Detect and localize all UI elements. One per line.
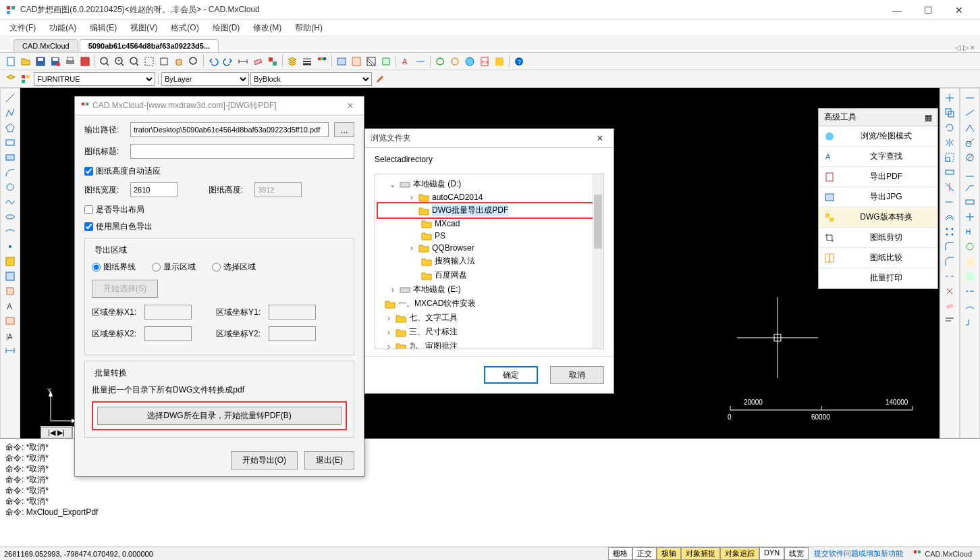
rect-icon[interactable]	[3, 136, 17, 149]
layer-icon[interactable]	[285, 55, 299, 68]
auto-height-checkbox[interactable]: 图纸高度自动适应	[84, 166, 354, 177]
tree-item7[interactable]: 七、文字工具	[409, 312, 458, 324]
leader-icon[interactable]	[963, 180, 977, 194]
dimension-icon[interactable]	[3, 344, 17, 357]
title-input[interactable]	[130, 144, 354, 159]
tool-icon[interactable]	[78, 55, 92, 68]
tool-crop[interactable]: 图纸剪切	[819, 228, 937, 248]
dim-continue-icon[interactable]	[963, 284, 977, 298]
tree-baidu[interactable]: 百度网盘	[435, 270, 467, 281]
linetype-select[interactable]: ByBlock	[250, 72, 372, 86]
tolerance-icon[interactable]	[963, 195, 977, 209]
width-input[interactable]	[130, 182, 178, 197]
break-icon[interactable]	[943, 270, 956, 283]
fillet-icon[interactable]	[943, 240, 956, 253]
toggle-osnap[interactable]: 对象捕捉	[681, 547, 720, 560]
radio-select-region[interactable]: 选择区域	[212, 261, 256, 273]
dist-icon[interactable]	[236, 55, 250, 68]
print-icon[interactable]	[63, 55, 77, 68]
insert-icon[interactable]	[350, 55, 363, 68]
tool-export-jpg[interactable]: 导出JPG	[819, 187, 937, 207]
redraw-icon[interactable]	[448, 55, 462, 68]
tool-batch-print[interactable]: 批量打印	[819, 268, 937, 288]
toggle-lineweight[interactable]: 线宽	[784, 547, 809, 560]
cancel-button[interactable]: 取消	[550, 366, 604, 384]
dialog2-close-button[interactable]: ×	[592, 132, 608, 145]
line-icon[interactable]	[3, 91, 17, 105]
layer-select[interactable]: FURNITRUE	[34, 72, 155, 86]
menu-edit[interactable]: 编辑(E)	[87, 21, 119, 35]
copy-icon[interactable]	[943, 106, 956, 120]
tool-compare[interactable]: 图纸比较	[819, 248, 937, 268]
explode-icon[interactable]	[943, 284, 956, 298]
dim-edit-icon[interactable]: H	[963, 225, 977, 238]
bw-export-checkbox[interactable]: 使用黑白色导出	[84, 221, 354, 232]
zoom-prev-icon[interactable]	[187, 55, 200, 68]
start-export-button[interactable]: 开始导出(O)	[231, 451, 298, 469]
tree-item9[interactable]: 九、审图批注	[409, 340, 458, 349]
menu-view[interactable]: 视图(V)	[128, 21, 160, 35]
tree-sogou[interactable]: 搜狗输入法	[435, 255, 475, 267]
save-icon[interactable]	[34, 55, 47, 68]
dialog-close-button[interactable]: ×	[342, 100, 358, 112]
new-icon[interactable]	[4, 55, 18, 68]
ellipse-icon[interactable]	[3, 210, 17, 224]
spline-icon[interactable]	[3, 195, 17, 209]
dim-arc-icon[interactable]	[963, 299, 977, 313]
tool-text-find[interactable]: A文字查找	[819, 147, 937, 167]
tree-scrollbar[interactable]	[593, 174, 603, 349]
brush-icon[interactable]	[373, 72, 387, 86]
dim-style-icon[interactable]	[963, 255, 977, 268]
tool-browse-mode[interactable]: 浏览/绘图模式	[819, 126, 937, 147]
dim-linear-icon[interactable]	[963, 91, 977, 105]
close-button[interactable]: ✕	[944, 0, 975, 20]
tree-d-drive[interactable]: 本地磁盘 (D:)	[413, 178, 461, 190]
export-icon[interactable]	[493, 55, 506, 68]
zoom-out-icon[interactable]	[128, 55, 141, 68]
output-path-input[interactable]	[130, 122, 329, 137]
ok-button[interactable]: 确定	[484, 366, 538, 384]
trim-icon[interactable]	[943, 180, 956, 194]
zoom-extents-icon[interactable]	[98, 55, 111, 68]
mtext-icon[interactable]	[3, 314, 17, 328]
point-icon[interactable]	[3, 240, 17, 253]
dim-ordinate-icon[interactable]	[963, 314, 977, 328]
mtext2-icon[interactable]: |A	[3, 329, 17, 342]
layers-icon[interactable]	[4, 72, 18, 86]
tree-e-drive[interactable]: 本地磁盘 (E:)	[413, 284, 461, 295]
block2-icon[interactable]	[3, 284, 17, 298]
erase-icon[interactable]	[943, 299, 956, 313]
dim-icon[interactable]	[414, 55, 427, 68]
eraser-icon[interactable]	[251, 55, 265, 68]
toggle-otrack[interactable]: 对象追踪	[720, 547, 759, 560]
dim-override-icon[interactable]	[963, 270, 977, 283]
tree-autocad[interactable]: autoCAD2014	[432, 193, 483, 202]
undo-icon[interactable]	[207, 55, 220, 68]
browse-button[interactable]: ...	[334, 122, 354, 137]
tree-item1[interactable]: 一、MXCAD软件安装	[398, 298, 476, 309]
color-select[interactable]: ByLayer	[161, 72, 249, 86]
minimize-button[interactable]: —	[881, 0, 913, 20]
polyline-icon[interactable]	[3, 106, 17, 120]
dim-radius-icon[interactable]	[963, 136, 977, 149]
batch-select-button[interactable]: 选择DWG所在目录，开始批量转PDF(B)	[97, 407, 342, 425]
tab-nav-controls[interactable]: ◁ ▷ ×	[955, 43, 975, 52]
match-icon[interactable]	[266, 55, 279, 68]
export-layout-checkbox[interactable]: 是否导出布局	[84, 204, 354, 215]
dim-baseline-icon[interactable]	[963, 166, 977, 179]
dim-diameter-icon[interactable]	[963, 151, 977, 164]
toggle-grid[interactable]: 栅格	[608, 547, 632, 560]
rect2-icon[interactable]	[3, 151, 17, 164]
menu-format[interactable]: 格式(O)	[168, 21, 201, 35]
globe-icon[interactable]	[463, 55, 477, 68]
hatch-icon[interactable]	[364, 55, 378, 68]
tree-ps[interactable]: PS	[435, 231, 445, 240]
dim-angular-icon[interactable]	[963, 121, 977, 134]
mirror-icon[interactable]	[943, 136, 956, 149]
tool-export-pdf[interactable]: 导出PDF	[819, 167, 937, 187]
block-icon[interactable]	[379, 55, 393, 68]
color-icon[interactable]	[315, 55, 329, 68]
tree-dwg-batch[interactable]: DWG批量导出成PDF	[432, 205, 508, 216]
menu-file[interactable]: 文件(F)	[7, 21, 38, 35]
redo-icon[interactable]	[221, 55, 235, 68]
